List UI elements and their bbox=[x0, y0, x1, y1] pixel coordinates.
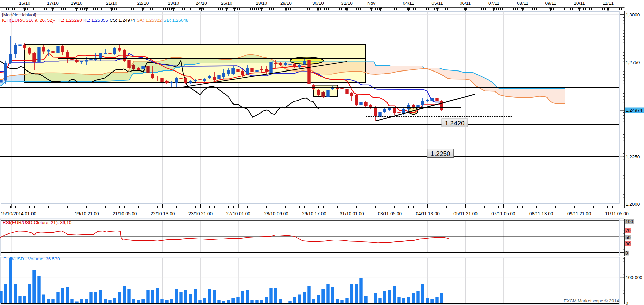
svg-text:31/10: 31/10 bbox=[341, 1, 353, 6]
svg-text:09/11 21:00: 09/11 21:00 bbox=[567, 211, 591, 216]
svg-text:26/10: 26/10 bbox=[221, 1, 232, 6]
svg-text:29/10: 29/10 bbox=[280, 1, 292, 6]
svg-text:07/11 05:00: 07/11 05:00 bbox=[491, 211, 515, 216]
svg-text:11/11: 11/11 bbox=[603, 1, 614, 6]
svg-text:22/10: 22/10 bbox=[137, 1, 149, 6]
svg-text:30/10: 30/10 bbox=[312, 1, 324, 6]
svg-text:FXCM Marketscope © 2014: FXCM Marketscope © 2014 bbox=[564, 298, 619, 303]
svg-text:0: 0 bbox=[626, 250, 628, 256]
svg-text:07/11: 07/11 bbox=[488, 1, 499, 6]
svg-text:1.2250: 1.2250 bbox=[430, 150, 450, 157]
svg-text:70: 70 bbox=[626, 228, 631, 233]
svg-text:03/11 05:00: 03/11 05:00 bbox=[378, 211, 402, 216]
svg-text:21/10: 21/10 bbox=[106, 1, 117, 6]
svg-text:1,2750: 1,2750 bbox=[626, 60, 640, 65]
svg-text:05/11: 05/11 bbox=[432, 1, 443, 6]
svg-text:28/10 09:00: 28/10 09:00 bbox=[264, 211, 288, 216]
svg-text:04/11 13:00: 04/11 13:00 bbox=[416, 211, 439, 216]
svg-text:16/10: 16/10 bbox=[19, 1, 30, 6]
svg-text:1,3000: 1,3000 bbox=[626, 12, 640, 17]
svg-text:22/10 13:00: 22/10 13:00 bbox=[151, 211, 175, 216]
svg-text:0: 0 bbox=[626, 301, 628, 305]
svg-text:1,2250: 1,2250 bbox=[626, 154, 640, 159]
svg-text:19/10 21:00: 19/10 21:00 bbox=[75, 211, 99, 216]
svg-text:11/11 05:00: 11/11 05:00 bbox=[605, 211, 628, 216]
svg-text:08/11 13:00: 08/11 13:00 bbox=[529, 211, 553, 216]
svg-text:23/10: 23/10 bbox=[168, 1, 179, 6]
svg-text:06/11: 06/11 bbox=[460, 1, 471, 6]
svg-text:1,2000: 1,2000 bbox=[626, 202, 640, 207]
svg-text:Nov: Nov bbox=[367, 1, 375, 6]
svg-text:31/10 01:00: 31/10 01:00 bbox=[340, 211, 364, 216]
svg-text:ICH(EUR/USD, 9, 26, 52)-TL: 1,: ICH(EUR/USD, 9, 26, 52)-TL: 1,25290KL: 1… bbox=[2, 18, 188, 23]
svg-text:29/10 17:00: 29/10 17:00 bbox=[302, 211, 326, 216]
svg-text:EUR/USD - Volume: 36 530: EUR/USD - Volume: 36 530 bbox=[3, 256, 60, 261]
svg-text:RSI(EUR/USD:Cloture, 21): 39,1: RSI(EUR/USD:Cloture, 21): 39,10 bbox=[3, 220, 71, 225]
svg-text:15/10/2014 01:00: 15/10/2014 01:00 bbox=[1, 211, 36, 216]
svg-text:50: 50 bbox=[626, 235, 631, 240]
svg-text:27/10 01:00: 27/10 01:00 bbox=[226, 211, 250, 216]
svg-text:[Modèle : ichivol]: [Modèle : ichivol] bbox=[2, 12, 36, 17]
svg-text:30: 30 bbox=[626, 241, 631, 246]
svg-text:100 000: 100 000 bbox=[626, 275, 642, 280]
svg-text:10/11: 10/11 bbox=[574, 1, 585, 6]
svg-text:28/10: 28/10 bbox=[256, 1, 267, 6]
svg-text:08/11: 08/11 bbox=[517, 1, 528, 6]
svg-text:1,24974: 1,24974 bbox=[626, 108, 642, 113]
svg-text:17/10: 17/10 bbox=[47, 1, 59, 6]
svg-text:04/11: 04/11 bbox=[403, 1, 414, 6]
svg-text:100: 100 bbox=[626, 219, 634, 224]
svg-text:19/10: 19/10 bbox=[71, 1, 83, 6]
svg-text:23/10 21:00: 23/10 21:00 bbox=[188, 211, 213, 216]
svg-text:05/11 21:00: 05/11 21:00 bbox=[453, 211, 477, 216]
svg-text:09/11: 09/11 bbox=[545, 1, 556, 6]
svg-text:21/10 05:00: 21/10 05:00 bbox=[113, 211, 137, 216]
svg-text:1.2420: 1.2420 bbox=[445, 120, 464, 127]
svg-text:24/10: 24/10 bbox=[196, 1, 207, 6]
